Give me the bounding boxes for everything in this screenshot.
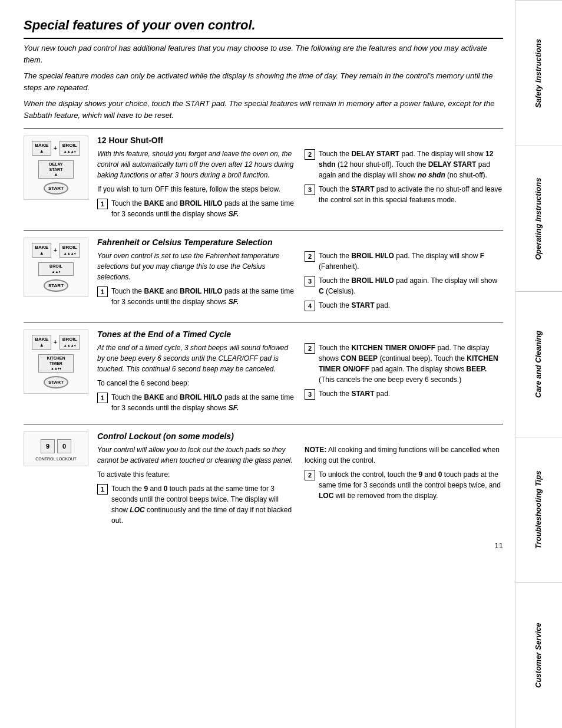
section-12hour: BAKE▲ + BROIL▲▲▲♦ DELAYSTART▲ START 12 H…	[24, 128, 503, 223]
step-lockout-1: 1 Touch the 9 and 0 touch pads at the sa…	[97, 483, 296, 526]
section-tones-right: 2 Touch the KITCHEN TIMER ON/OFF pad. Th…	[305, 342, 503, 417]
step-tones-3: 3 Touch the START pad.	[305, 388, 503, 400]
step-tones-num-3: 3	[305, 389, 315, 400]
section-12hour-content: 12 Hour Shut-Off With this feature, shou…	[97, 136, 503, 223]
step-lockout-num-1: 1	[97, 484, 108, 495]
lockout-diagram-label: CONTROL LOCKOUT	[35, 457, 77, 461]
section-tones-prefix: To cancel the 6 second beep:	[97, 378, 296, 388]
section-tones-body: At the end of a timed cycle, 3 short bee…	[97, 342, 503, 417]
sidebar-care: Care and Cleaning	[515, 291, 562, 437]
intro-paragraph-1: Your new touch pad control has additiona…	[24, 42, 503, 65]
section-lockout-right: NOTE: All cooking and timing functions w…	[305, 444, 503, 529]
step-tones-2: 2 Touch the KITCHEN TIMER ON/OFF pad. Th…	[305, 342, 503, 385]
broil-pad: BROIL▲▲▲♦	[59, 141, 80, 156]
section-12hour-intro: With this feature, should you forget and…	[97, 149, 296, 180]
diagram-tones: BAKE▲ + BROIL▲▲▲♦ KITCHENTIMER▲▲♦♦ START	[24, 330, 88, 394]
step-lockout-num-2: 2	[305, 470, 315, 480]
section-lockout-note: NOTE: All cooking and timing functions w…	[305, 444, 503, 466]
tones-broil-pad: BROIL▲▲▲♦	[59, 335, 80, 350]
step-fahrenheit-3: 3 Touch the BROIL HI/LO pad again. The d…	[305, 275, 503, 297]
section-lockout-prefix: To activate this feature:	[97, 469, 296, 480]
section-tones-content: Tones at the End of a Timed Cycle At the…	[97, 330, 503, 417]
step-num-1: 1	[97, 199, 108, 209]
step-12hour-2: 2 Touch the DELAY START pad. The display…	[305, 149, 503, 180]
delay-start-pad: DELAYSTART▲	[38, 160, 74, 179]
fahrenheit-plus-sign: +	[54, 247, 57, 253]
sidebar-troubleshooting: Troubleshooting Tips	[515, 437, 562, 582]
kitchen-timer-pad: KITCHENTIMER▲▲♦♦	[38, 354, 74, 373]
step-fahrenheit-num-3: 3	[305, 276, 315, 286]
section-12hour-right: 2 Touch the DELAY START pad. The display…	[305, 149, 503, 223]
section-tones-title: Tones at the End of a Timed Cycle	[97, 330, 503, 339]
step-fahrenheit-num-1: 1	[97, 286, 108, 297]
step-fahrenheit-1: 1 Touch the BAKE and BROIL HI/LO pads at…	[97, 286, 296, 307]
step-num-2: 2	[305, 149, 315, 160]
section-lockout-body: Your control will allow you to lock out …	[97, 444, 503, 529]
diagram-tones-bake-broil-row: BAKE▲ + BROIL▲▲▲♦	[32, 335, 80, 350]
page-number: 11	[24, 541, 503, 550]
section-lockout-content: Control Lockout (on some models) Your co…	[97, 431, 503, 529]
section-12hour-prefix: If you wish to turn OFF this feature, fo…	[97, 184, 296, 195]
step-fahrenheit-num-2: 2	[305, 251, 315, 262]
bake-pad: BAKE▲	[32, 141, 51, 156]
section-12hour-title: 12 Hour Shut-Off	[97, 136, 503, 145]
section-fahrenheit-title: Fahrenheit or Celsius Temperature Select…	[97, 238, 503, 247]
step-fahrenheit-4: 4 Touch the START pad.	[305, 300, 503, 311]
step-tones-num-1: 1	[97, 393, 108, 403]
step-fahrenheit-2: 2 Touch the BROIL HI/LO pad. The display…	[305, 251, 503, 272]
main-content: Special features of your oven control. Y…	[0, 0, 515, 728]
step-text-12hour-3: Touch the START pad to activate the no s…	[319, 184, 503, 205]
sidebar: Safety Instructions Operating Instructio…	[515, 0, 562, 728]
broil-center-pad: BROIL▲▲♦	[38, 262, 74, 276]
section-fahrenheit: BAKE▲ + BROIL▲▲▲♦ BROIL▲▲♦ START Fahrenh…	[24, 230, 503, 315]
section-tones-left: At the end of a timed cycle, 3 short bee…	[97, 342, 296, 417]
section-fahrenheit-body: Your oven control is set to use the Fahr…	[97, 251, 503, 315]
sidebar-operating: Operating Instructions	[515, 146, 562, 291]
step-tones-text-2: Touch the KITCHEN TIMER ON/OFF pad. The …	[319, 342, 503, 385]
intro-paragraph-3: When the display shows your choice, touc…	[24, 98, 503, 121]
tones-bake-pad: BAKE▲	[32, 335, 51, 350]
step-text-12hour-1: Touch the BAKE and BROIL HI/LO pads at t…	[111, 198, 296, 219]
plus-sign: +	[54, 145, 57, 151]
num-0-key: 0	[57, 439, 71, 453]
intro-paragraph-2: The special feature modes can only be ac…	[24, 70, 503, 93]
step-text-12hour-2: Touch the DELAY START pad. The display w…	[319, 149, 503, 180]
diagram-bake-broil-row: BAKE▲ + BROIL▲▲▲♦	[32, 141, 80, 156]
step-fahrenheit-text-3: Touch the BROIL HI/LO pad again. The dis…	[319, 275, 503, 297]
section-12hour-body: With this feature, should you forget and…	[97, 149, 503, 223]
step-fahrenheit-text-2: Touch the BROIL HI/LO pad. The display w…	[319, 251, 503, 272]
step-lockout-text-2: To unlock the control, touch the 9 and 0…	[319, 469, 503, 501]
diagram-fahrenheit-bake-broil-row: BAKE▲ + BROIL▲▲▲♦	[32, 243, 80, 258]
section-lockout: 9 0 CONTROL LOCKOUT Control Lockout (on …	[24, 424, 503, 529]
step-tones-1: 1 Touch the BAKE and BROIL HI/LO pads at…	[97, 392, 296, 413]
start-pad-diagram: START	[44, 182, 68, 195]
step-12hour-3: 3 Touch the START pad to activate the no…	[305, 184, 503, 205]
page-title: Special features of your oven control.	[24, 18, 503, 39]
num-9-key: 9	[41, 439, 55, 453]
diagram-lockout-nums: 9 0	[41, 439, 71, 453]
section-fahrenheit-content: Fahrenheit or Celsius Temperature Select…	[97, 238, 503, 315]
step-lockout-2: 2 To unlock the control, touch the 9 and…	[305, 469, 503, 501]
section-tones-intro: At the end of a timed cycle, 3 short bee…	[97, 342, 296, 374]
tones-start-pad: START	[44, 376, 68, 388]
step-num-3: 3	[305, 185, 315, 195]
step-tones-num-2: 2	[305, 343, 315, 354]
section-lockout-left: Your control will allow you to lock out …	[97, 444, 296, 529]
section-fahrenheit-right: 2 Touch the BROIL HI/LO pad. The display…	[305, 251, 503, 315]
tones-plus-sign: +	[54, 339, 57, 345]
step-12hour-1: 1 Touch the BAKE and BROIL HI/LO pads at…	[97, 198, 296, 219]
fahrenheit-broil-pad: BROIL▲▲▲♦	[59, 243, 80, 258]
section-12hour-left: With this feature, should you forget and…	[97, 149, 296, 223]
section-lockout-intro: Your control will allow you to lock out …	[97, 444, 296, 466]
sidebar-customer: Customer Service	[515, 582, 562, 728]
step-fahrenheit-text-1: Touch the BAKE and BROIL HI/LO pads at t…	[111, 286, 296, 307]
diagram-fahrenheit: BAKE▲ + BROIL▲▲▲♦ BROIL▲▲♦ START	[24, 238, 88, 297]
fahrenheit-start-pad: START	[44, 279, 68, 292]
step-lockout-text-1: Touch the 9 and 0 touch pads at the same…	[111, 483, 296, 526]
step-fahrenheit-text-4: Touch the START pad.	[319, 300, 390, 311]
section-lockout-title: Control Lockout (on some models)	[97, 431, 503, 441]
diagram-lockout: 9 0 CONTROL LOCKOUT	[24, 431, 88, 466]
step-fahrenheit-num-4: 4	[305, 301, 315, 311]
step-tones-text-3: Touch the START pad.	[319, 388, 390, 399]
section-tones: BAKE▲ + BROIL▲▲▲♦ KITCHENTIMER▲▲♦♦ START…	[24, 322, 503, 417]
